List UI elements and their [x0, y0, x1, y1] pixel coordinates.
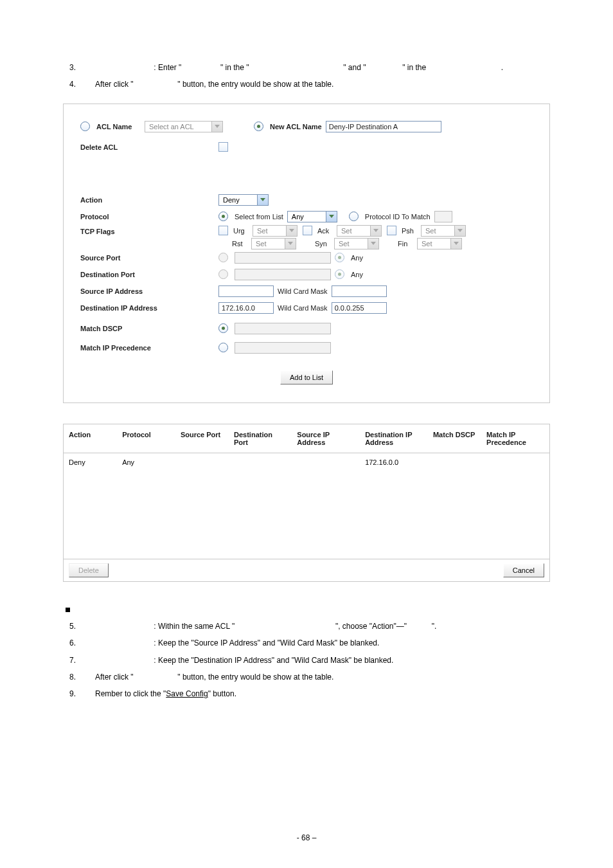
protocol-id-radio[interactable] — [349, 212, 359, 221]
tcp-urg-checkbox[interactable] — [218, 226, 228, 235]
match-ipprec-input[interactable] — [235, 342, 331, 354]
dest-ip-input[interactable]: 172.16.0.0 — [218, 302, 274, 314]
step-num: 3. — [63, 59, 95, 76]
protocol-list-radio[interactable] — [218, 212, 228, 221]
page-number: - 68 – — [0, 833, 613, 842]
match-dscp-label: Match DSCP — [80, 325, 218, 332]
step-7: 7. : Keep the "Destination IP Address" a… — [63, 652, 550, 669]
action-select[interactable]: Deny — [218, 194, 269, 206]
protocol-id-label: Protocol ID To Match — [365, 213, 431, 221]
match-ipprec-radio[interactable] — [218, 343, 228, 352]
acl-name-radio[interactable] — [80, 122, 90, 131]
source-port-input — [235, 252, 331, 264]
acl-name-select[interactable]: Select an ACL — [145, 121, 223, 132]
step-9: 9. Rember to click the "Save Config" but… — [63, 685, 550, 702]
source-port-label: Source Port — [80, 254, 218, 262]
source-ip-label: Source IP Address — [80, 287, 218, 295]
col-match-ipprec: Match IP Precedence — [481, 424, 549, 453]
protocol-select-list-label: Select from List — [235, 213, 283, 221]
delete-acl-checkbox[interactable] — [218, 142, 228, 152]
steps-bottom: 5. : Within the same ACL " ", choose "Ac… — [63, 618, 550, 703]
new-acl-name-input[interactable]: Deny-IP Destination A — [326, 121, 441, 132]
step-6: 6. : Keep the "Source IP Address" and "W… — [63, 635, 550, 651]
protocol-id-input[interactable] — [434, 211, 452, 222]
section-heading — [63, 605, 550, 614]
dest-port-radio — [218, 269, 228, 279]
tcp-ack-checkbox[interactable] — [303, 226, 312, 235]
acl-table: Action Protocol Source Port Destination … — [63, 424, 550, 582]
tcp-rst-select[interactable]: Set — [251, 238, 296, 249]
col-dest-port: Destination Port — [229, 424, 292, 453]
match-dscp-input[interactable] — [235, 323, 331, 334]
square-bullet-icon — [66, 608, 70, 612]
step-num: 4. — [63, 76, 95, 93]
new-acl-name-radio[interactable] — [254, 122, 263, 131]
step-4: 4. After click " " button, the entry wou… — [63, 76, 550, 93]
chevron-down-icon — [450, 239, 461, 249]
chevron-down-icon — [368, 239, 378, 249]
source-ip-wildcard-label: Wild Card Mask — [278, 287, 328, 295]
step-body: After click " " button, the entry would … — [95, 76, 550, 93]
col-dest-ip: Destination IP Address — [360, 424, 428, 453]
new-acl-name-label: New ACL Name — [270, 123, 322, 131]
tcp-ack-select[interactable]: Set — [337, 225, 382, 237]
col-source-port: Source Port — [175, 424, 229, 453]
col-protocol: Protocol — [117, 424, 175, 453]
step-8: 8. After click " " button, the entry wou… — [63, 669, 550, 685]
dest-port-input — [235, 269, 331, 280]
col-source-ip: Source IP Address — [292, 424, 360, 453]
col-action: Action — [64, 424, 117, 453]
cancel-button[interactable]: Cancel — [503, 563, 544, 577]
source-ip-input[interactable] — [218, 285, 274, 297]
dest-port-any-radio — [335, 269, 344, 279]
step-5: 5. : Within the same ACL " ", choose "Ac… — [63, 618, 550, 635]
chevron-down-icon — [211, 122, 222, 132]
add-to-list-button[interactable]: Add to List — [280, 370, 333, 384]
chevron-down-icon — [257, 195, 268, 205]
chevron-down-icon — [370, 226, 381, 236]
tcp-flags-label: TCP Flags — [80, 225, 218, 235]
tcp-psh-checkbox[interactable] — [387, 226, 396, 235]
source-ip-wildcard-input[interactable] — [332, 285, 387, 297]
acl-panel: ACL Name Select an ACL New ACL Name Deny… — [63, 104, 550, 403]
match-dscp-radio[interactable] — [218, 323, 228, 333]
source-port-radio — [218, 253, 228, 262]
steps-top: 3. : Enter " " in the " " and " " in the… — [63, 59, 550, 93]
tcp-fin-select[interactable]: Set — [417, 238, 462, 249]
tcp-urg-select[interactable]: Set — [253, 225, 298, 237]
chevron-down-icon — [285, 239, 296, 249]
chevron-down-icon — [326, 212, 337, 222]
step-3: 3. : Enter " " in the " " and " " in the… — [63, 59, 550, 76]
delete-acl-label: Delete ACL — [80, 143, 218, 151]
delete-button[interactable]: Delete — [69, 563, 109, 577]
protocol-select[interactable]: Any — [287, 211, 337, 222]
save-config-text: Save Config — [166, 689, 208, 698]
col-match-dscp: Match DSCP — [428, 424, 481, 453]
table-row[interactable]: Deny Any 172.16.0.0 — [64, 453, 549, 471]
source-port-any-radio — [335, 253, 344, 262]
dest-ip-wildcard-label: Wild Card Mask — [278, 304, 328, 312]
dest-ip-wildcard-input[interactable]: 0.0.0.255 — [332, 302, 387, 314]
table-header-row: Action Protocol Source Port Destination … — [64, 424, 549, 453]
chevron-down-icon — [286, 226, 297, 236]
action-label: Action — [80, 196, 218, 204]
step-body: : Enter " " in the " " and " " in the . — [95, 59, 550, 76]
dest-port-label: Destination Port — [80, 271, 218, 278]
protocol-label: Protocol — [80, 213, 218, 221]
match-ipprec-label: Match IP Precedence — [80, 344, 218, 352]
acl-name-label: ACL Name — [96, 123, 132, 131]
dest-ip-label: Destination IP Address — [80, 304, 218, 312]
tcp-psh-select[interactable]: Set — [421, 225, 466, 237]
tcp-syn-select[interactable]: Set — [334, 238, 379, 249]
chevron-down-icon — [454, 226, 465, 236]
